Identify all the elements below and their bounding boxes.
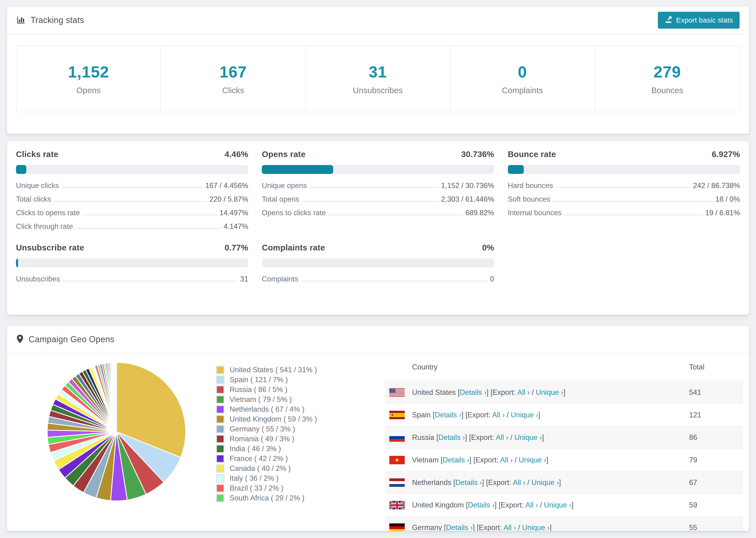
stat-value: 0 — [518, 63, 527, 81]
legend-item[interactable]: Romania ( 49 / 3% ) — [216, 434, 317, 444]
table-row: United Kingdom [Details ›] [Export: All … — [385, 494, 743, 516]
stat-value: 1,152 — [68, 63, 109, 81]
country-cell: United Kingdom [Details ›] [Export: All … — [412, 501, 573, 510]
details-link[interactable]: Details › — [435, 411, 461, 419]
stat-row-value: 18 / 0% — [715, 195, 740, 203]
rate-header: Complaints rate0% — [262, 243, 494, 252]
stat-value: 167 — [220, 63, 247, 81]
stat-tile: 279Bounces — [595, 46, 739, 112]
progress-fill — [16, 258, 18, 267]
legend-swatch — [216, 385, 225, 394]
legend-item[interactable]: Canada ( 40 / 2% ) — [216, 463, 317, 473]
pie-slice[interactable] — [116, 362, 117, 432]
export-all-link[interactable]: All › — [503, 523, 516, 531]
export-unique-link[interactable]: Unique › — [511, 411, 538, 419]
export-all-link[interactable]: All › — [513, 478, 525, 487]
country-cell: Spain [Details ›] [Export: All › / Uniqu… — [412, 411, 540, 419]
stat-row: Total clicks220 / 5.87% — [16, 193, 248, 206]
export-unique-link[interactable]: Unique › — [536, 388, 563, 397]
dotted-leader — [565, 215, 702, 215]
stat-label: Bounces — [651, 86, 683, 95]
details-link[interactable]: Details › — [446, 523, 473, 531]
export-basic-stats-button[interactable]: Export basic stats — [658, 12, 739, 28]
stat-value: 279 — [654, 63, 681, 81]
stat-row: Unique clicks167 / 4.456% — [16, 179, 248, 193]
total-cell: 67 — [689, 478, 697, 487]
rate-title: Clicks rate — [16, 149, 58, 159]
export-all-link[interactable]: All › — [492, 411, 505, 419]
legend-item[interactable]: France ( 42 / 2% ) — [216, 454, 317, 463]
total-cell: 86 — [689, 433, 697, 442]
export-unique-link[interactable]: Unique › — [522, 523, 550, 531]
table-row: Germany [Details ›] [Export: All › / Uni… — [385, 516, 743, 531]
rate-block: Complaints rate0%Complaints0 — [262, 243, 494, 286]
dotted-leader — [556, 187, 690, 188]
geo-table: Country Total United States [Details ›] … — [385, 353, 743, 531]
legend-item[interactable]: India ( 46 / 3% ) — [216, 444, 317, 454]
legend-item[interactable]: Germany ( 55 / 3% ) — [216, 424, 317, 434]
rate-value: 30.736% — [461, 149, 494, 159]
rate-header: Opens rate30.736% — [262, 149, 494, 159]
country-cell: Germany [Details ›] [Export: All › / Uni… — [412, 523, 552, 531]
legend-label: France ( 42 / 2% ) — [230, 455, 288, 463]
export-unique-link[interactable]: Unique › — [531, 478, 559, 487]
export-unique-link[interactable]: Unique › — [514, 433, 542, 442]
geo-table-header: Country Total — [385, 353, 743, 381]
legend-label: Canada ( 40 / 2% ) — [230, 464, 291, 473]
legend-item[interactable]: Italy ( 36 / 2% ) — [216, 473, 317, 483]
export-unique-link[interactable]: Unique › — [519, 456, 546, 464]
geo-pie-chart — [46, 361, 187, 502]
rate-block: Opens rate30.736%Unique opens1,152 / 30.… — [262, 149, 494, 234]
rate-rows: Unique opens1,152 / 30.736%Total opens2,… — [262, 179, 494, 220]
export-unique-link[interactable]: Unique › — [544, 501, 571, 509]
legend-item[interactable]: United Kingdom ( 59 / 3% ) — [216, 414, 317, 424]
stat-row-value: 689.82% — [465, 209, 494, 217]
details-link[interactable]: Details › — [468, 501, 495, 509]
rate-header: Unsubscribe rate0.77% — [16, 243, 248, 252]
legend-swatch — [216, 415, 225, 423]
country-flag-icon — [389, 411, 405, 419]
progress-bar — [262, 258, 494, 267]
stat-row-label: Total opens — [262, 195, 299, 203]
rate-block: Clicks rate4.46%Unique clicks167 / 4.456… — [16, 149, 248, 234]
stat-row-value: 2,303 / 61.446% — [441, 195, 494, 203]
export-all-link[interactable]: All › — [496, 433, 508, 442]
details-link[interactable]: Details › — [443, 456, 469, 464]
stat-row: Soft bounces18 / 0% — [508, 193, 740, 206]
export-all-link[interactable]: All › — [500, 456, 513, 464]
details-link[interactable]: Details › — [460, 388, 486, 397]
stat-row-label: Opens to clicks rate — [262, 209, 326, 217]
export-all-link[interactable]: All › — [525, 501, 538, 509]
legend-item[interactable]: Vietnam ( 79 / 5% ) — [216, 395, 317, 404]
legend-item[interactable]: Netherlands ( 67 / 4% ) — [216, 404, 317, 414]
geo-legend: United States ( 541 / 31% )Spain ( 121 /… — [216, 365, 317, 503]
export-all-link[interactable]: All › — [517, 388, 530, 397]
details-link[interactable]: Details › — [438, 433, 465, 442]
legend-swatch — [216, 366, 225, 374]
rate-rows: Complaints0 — [262, 273, 494, 286]
stat-tile: 167Clicks — [161, 46, 306, 112]
country-flag-icon — [389, 478, 405, 487]
legend-item[interactable]: South Africa ( 29 / 2% ) — [216, 493, 317, 503]
legend-label: Germany ( 55 / 3% ) — [230, 425, 295, 433]
progress-bar — [262, 165, 494, 174]
legend-label: Netherlands ( 67 / 4% ) — [230, 405, 304, 413]
legend-swatch — [216, 376, 225, 384]
progress-fill — [16, 165, 26, 174]
stat-row: Total opens2,303 / 61.446% — [262, 193, 494, 206]
stat-row: Unsubscribes31 — [16, 273, 248, 286]
stat-row-value: 242 / 86.738% — [693, 182, 740, 190]
stat-value: 31 — [369, 63, 387, 81]
details-link[interactable]: Details › — [455, 478, 482, 487]
rate-value: 0% — [482, 243, 494, 252]
country-name: Vietnam — [412, 456, 441, 464]
legend-item[interactable]: United States ( 541 / 31% ) — [216, 365, 317, 375]
legend-item[interactable]: Spain ( 121 / 7% ) — [216, 375, 317, 385]
table-row: United States [Details ›] [Export: All ›… — [385, 381, 743, 404]
legend-item[interactable]: Brazil ( 33 / 2% ) — [216, 483, 317, 493]
legend-item[interactable]: Russia ( 86 / 5% ) — [216, 385, 317, 395]
stat-row-label: Total clicks — [16, 195, 51, 203]
stat-row: Internal bounces19 / 6.81% — [508, 206, 740, 220]
legend-swatch — [216, 405, 225, 413]
rate-title: Opens rate — [262, 149, 305, 159]
